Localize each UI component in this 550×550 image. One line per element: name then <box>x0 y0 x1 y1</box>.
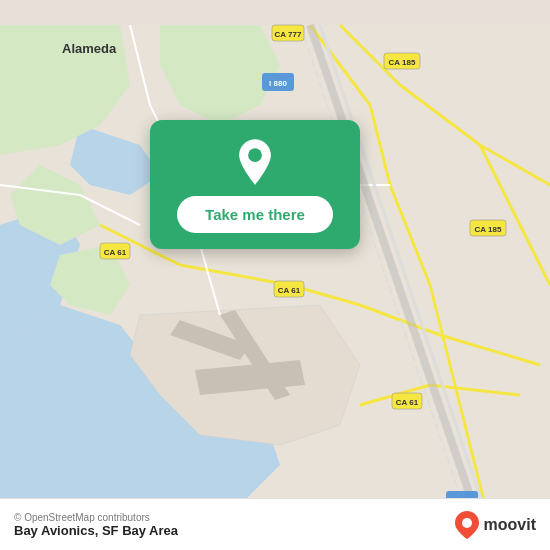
map-container: I 880 CA 185 CA 185 CA 61 CA 61 CA 61 CA… <box>0 0 550 550</box>
location-pin-icon <box>231 138 279 186</box>
moovit-logo: moovit <box>454 510 536 540</box>
take-me-there-button[interactable]: Take me there <box>177 196 333 233</box>
svg-text:CA 61: CA 61 <box>278 286 301 295</box>
moovit-brand-text: moovit <box>484 516 536 534</box>
svg-text:I 880: I 880 <box>269 79 287 88</box>
svg-point-60 <box>248 148 262 162</box>
location-name: Bay Avionics, SF Bay Area <box>14 523 454 538</box>
svg-text:CA 777: CA 777 <box>275 30 302 39</box>
svg-text:Alameda: Alameda <box>62 41 117 56</box>
bottom-left-info: © OpenStreetMap contributors Bay Avionic… <box>14 512 454 538</box>
svg-text:CA 61: CA 61 <box>396 398 419 407</box>
attribution-text: © OpenStreetMap contributors <box>14 512 454 523</box>
moovit-pin-icon <box>454 510 480 540</box>
svg-point-61 <box>462 518 472 528</box>
svg-text:CA 61: CA 61 <box>104 248 127 257</box>
svg-text:CA 185: CA 185 <box>475 225 502 234</box>
popup-card: Take me there <box>150 120 360 249</box>
bottom-bar: © OpenStreetMap contributors Bay Avionic… <box>0 498 550 550</box>
svg-text:CA 185: CA 185 <box>389 58 416 67</box>
